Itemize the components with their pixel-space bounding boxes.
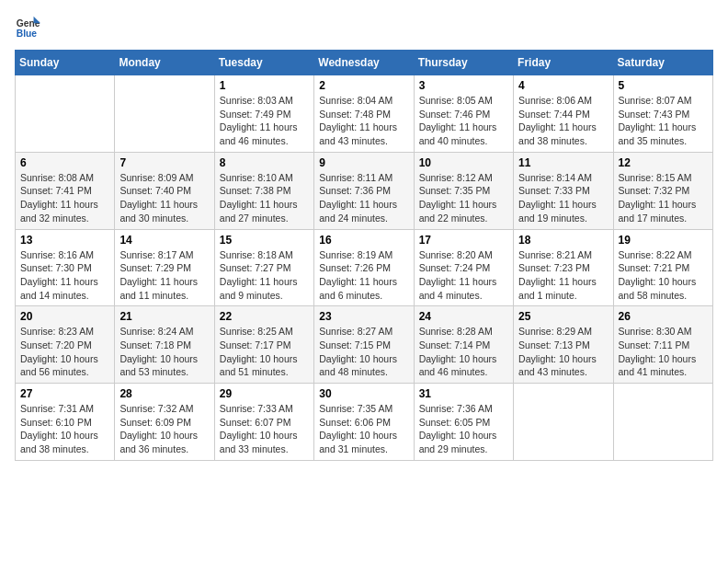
day-info: Sunrise: 8:06 AM Sunset: 7:44 PM Dayligh… <box>518 94 608 148</box>
day-info: Sunrise: 8:12 AM Sunset: 7:35 PM Dayligh… <box>419 171 508 225</box>
day-number: 21 <box>119 310 209 323</box>
day-number: 6 <box>20 156 109 169</box>
calendar-cell: 9Sunrise: 8:11 AM Sunset: 7:36 PM Daylig… <box>314 152 414 229</box>
day-number: 26 <box>619 310 708 323</box>
calendar-cell: 6Sunrise: 8:08 AM Sunset: 7:41 PM Daylig… <box>16 152 115 229</box>
day-header: Tuesday <box>214 51 313 75</box>
day-number: 28 <box>119 387 209 400</box>
day-info: Sunrise: 8:23 AM Sunset: 7:20 PM Dayligh… <box>20 325 109 379</box>
calendar-cell: 18Sunrise: 8:21 AM Sunset: 7:23 PM Dayli… <box>514 229 613 306</box>
calendar-cell: 24Sunrise: 8:28 AM Sunset: 7:14 PM Dayli… <box>414 306 513 384</box>
calendar-cell: 31Sunrise: 7:36 AM Sunset: 6:05 PM Dayli… <box>414 384 513 461</box>
day-number: 14 <box>119 234 209 247</box>
day-info: Sunrise: 8:17 AM Sunset: 7:29 PM Dayligh… <box>119 248 209 303</box>
calendar-table: SundayMondayTuesdayWednesdayThursdayFrid… <box>15 50 713 461</box>
day-number: 15 <box>220 234 309 247</box>
calendar-cell: 25Sunrise: 8:29 AM Sunset: 7:13 PM Dayli… <box>514 306 613 384</box>
calendar-week-row: 27Sunrise: 7:31 AM Sunset: 6:10 PM Dayli… <box>16 384 713 461</box>
calendar-cell: 14Sunrise: 8:17 AM Sunset: 7:29 PM Dayli… <box>115 229 214 306</box>
calendar-cell <box>16 75 115 153</box>
day-info: Sunrise: 8:19 AM Sunset: 7:26 PM Dayligh… <box>319 248 408 303</box>
day-info: Sunrise: 7:36 AM Sunset: 6:05 PM Dayligh… <box>419 402 508 456</box>
calendar-cell: 7Sunrise: 8:09 AM Sunset: 7:40 PM Daylig… <box>115 152 214 229</box>
calendar-cell: 3Sunrise: 8:05 AM Sunset: 7:46 PM Daylig… <box>414 75 513 153</box>
day-number: 8 <box>220 156 309 169</box>
calendar-cell: 4Sunrise: 8:06 AM Sunset: 7:44 PM Daylig… <box>514 75 613 153</box>
day-header: Saturday <box>613 51 712 75</box>
svg-text:Blue: Blue <box>17 29 38 39</box>
page-header: General Blue <box>15 15 713 40</box>
calendar-header-row: SundayMondayTuesdayWednesdayThursdayFrid… <box>16 51 713 75</box>
day-info: Sunrise: 8:11 AM Sunset: 7:36 PM Dayligh… <box>319 171 408 225</box>
day-number: 19 <box>619 234 708 247</box>
day-info: Sunrise: 7:32 AM Sunset: 6:09 PM Dayligh… <box>119 402 209 456</box>
day-header: Wednesday <box>314 51 414 75</box>
calendar-cell: 22Sunrise: 8:25 AM Sunset: 7:17 PM Dayli… <box>214 306 313 384</box>
day-info: Sunrise: 8:07 AM Sunset: 7:43 PM Dayligh… <box>619 94 708 148</box>
logo: General Blue <box>15 15 42 40</box>
day-number: 2 <box>319 79 408 92</box>
day-number: 10 <box>419 156 508 169</box>
day-header: Thursday <box>414 51 513 75</box>
day-number: 11 <box>518 156 608 169</box>
day-number: 22 <box>220 310 309 323</box>
calendar-cell: 29Sunrise: 7:33 AM Sunset: 6:07 PM Dayli… <box>214 384 313 461</box>
day-number: 20 <box>20 310 109 323</box>
day-info: Sunrise: 8:24 AM Sunset: 7:18 PM Dayligh… <box>119 325 209 379</box>
day-header: Friday <box>514 51 613 75</box>
calendar-cell: 11Sunrise: 8:14 AM Sunset: 7:33 PM Dayli… <box>514 152 613 229</box>
calendar-cell: 17Sunrise: 8:20 AM Sunset: 7:24 PM Dayli… <box>414 229 513 306</box>
calendar-cell: 30Sunrise: 7:35 AM Sunset: 6:06 PM Dayli… <box>314 384 414 461</box>
calendar-cell: 5Sunrise: 8:07 AM Sunset: 7:43 PM Daylig… <box>613 75 712 153</box>
day-number: 3 <box>419 79 508 92</box>
day-info: Sunrise: 8:14 AM Sunset: 7:33 PM Dayligh… <box>518 171 608 225</box>
day-number: 24 <box>419 310 508 323</box>
calendar-cell: 27Sunrise: 7:31 AM Sunset: 6:10 PM Dayli… <box>16 384 115 461</box>
calendar-cell <box>115 75 214 153</box>
day-info: Sunrise: 8:10 AM Sunset: 7:38 PM Dayligh… <box>220 171 309 225</box>
day-info: Sunrise: 8:16 AM Sunset: 7:30 PM Dayligh… <box>20 248 109 303</box>
day-info: Sunrise: 8:25 AM Sunset: 7:17 PM Dayligh… <box>220 325 309 379</box>
day-info: Sunrise: 8:08 AM Sunset: 7:41 PM Dayligh… <box>20 171 109 225</box>
day-info: Sunrise: 8:29 AM Sunset: 7:13 PM Dayligh… <box>518 325 608 379</box>
calendar-week-row: 1Sunrise: 8:03 AM Sunset: 7:49 PM Daylig… <box>16 75 713 153</box>
calendar-cell: 26Sunrise: 8:30 AM Sunset: 7:11 PM Dayli… <box>613 306 712 384</box>
calendar-cell: 2Sunrise: 8:04 AM Sunset: 7:48 PM Daylig… <box>314 75 414 153</box>
calendar-cell: 10Sunrise: 8:12 AM Sunset: 7:35 PM Dayli… <box>414 152 513 229</box>
calendar-week-row: 13Sunrise: 8:16 AM Sunset: 7:30 PM Dayli… <box>16 229 713 306</box>
calendar-cell: 28Sunrise: 7:32 AM Sunset: 6:09 PM Dayli… <box>115 384 214 461</box>
day-number: 12 <box>619 156 708 169</box>
day-info: Sunrise: 8:05 AM Sunset: 7:46 PM Dayligh… <box>419 94 508 148</box>
day-info: Sunrise: 8:27 AM Sunset: 7:15 PM Dayligh… <box>319 325 408 379</box>
calendar-cell: 13Sunrise: 8:16 AM Sunset: 7:30 PM Dayli… <box>16 229 115 306</box>
logo-icon: General Blue <box>15 15 40 40</box>
day-info: Sunrise: 7:35 AM Sunset: 6:06 PM Dayligh… <box>319 402 408 456</box>
day-number: 17 <box>419 234 508 247</box>
day-number: 18 <box>518 234 608 247</box>
calendar-cell: 1Sunrise: 8:03 AM Sunset: 7:49 PM Daylig… <box>214 75 313 153</box>
calendar-cell: 8Sunrise: 8:10 AM Sunset: 7:38 PM Daylig… <box>214 152 313 229</box>
calendar-cell: 21Sunrise: 8:24 AM Sunset: 7:18 PM Dayli… <box>115 306 214 384</box>
day-number: 23 <box>319 310 408 323</box>
day-info: Sunrise: 8:03 AM Sunset: 7:49 PM Dayligh… <box>220 94 309 148</box>
day-number: 5 <box>619 79 708 92</box>
calendar-cell: 15Sunrise: 8:18 AM Sunset: 7:27 PM Dayli… <box>214 229 313 306</box>
calendar-cell: 12Sunrise: 8:15 AM Sunset: 7:32 PM Dayli… <box>613 152 712 229</box>
calendar-cell: 20Sunrise: 8:23 AM Sunset: 7:20 PM Dayli… <box>16 306 115 384</box>
day-number: 27 <box>20 387 109 400</box>
day-number: 4 <box>518 79 608 92</box>
calendar-week-row: 6Sunrise: 8:08 AM Sunset: 7:41 PM Daylig… <box>16 152 713 229</box>
day-info: Sunrise: 8:22 AM Sunset: 7:21 PM Dayligh… <box>619 248 708 303</box>
day-info: Sunrise: 8:18 AM Sunset: 7:27 PM Dayligh… <box>220 248 309 303</box>
day-number: 29 <box>220 387 309 400</box>
calendar-cell: 23Sunrise: 8:27 AM Sunset: 7:15 PM Dayli… <box>314 306 414 384</box>
day-header: Monday <box>115 51 214 75</box>
day-info: Sunrise: 8:15 AM Sunset: 7:32 PM Dayligh… <box>619 171 708 225</box>
day-info: Sunrise: 8:30 AM Sunset: 7:11 PM Dayligh… <box>619 325 708 379</box>
day-info: Sunrise: 8:20 AM Sunset: 7:24 PM Dayligh… <box>419 248 508 303</box>
calendar-cell: 19Sunrise: 8:22 AM Sunset: 7:21 PM Dayli… <box>613 229 712 306</box>
day-number: 13 <box>20 234 109 247</box>
calendar-cell: 16Sunrise: 8:19 AM Sunset: 7:26 PM Dayli… <box>314 229 414 306</box>
day-number: 31 <box>419 387 508 400</box>
day-info: Sunrise: 7:33 AM Sunset: 6:07 PM Dayligh… <box>220 402 309 456</box>
